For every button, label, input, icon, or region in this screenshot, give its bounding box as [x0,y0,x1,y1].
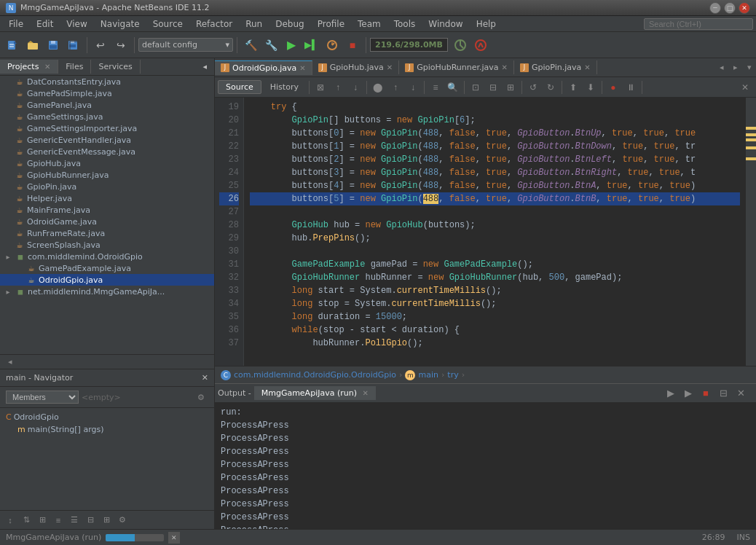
toggle-bookmark[interactable]: ⊠ [312,79,328,95]
output-clear[interactable]: ⊟ [715,385,731,401]
toolbar-tool5[interactable]: ↻ [543,79,559,95]
build-button[interactable]: 🔨 [241,36,260,55]
menu-refactor[interactable]: Refactor [190,17,238,31]
output-run-again[interactable]: ▶ [663,385,679,401]
save-all-button[interactable] [64,36,83,55]
source-tab[interactable]: Source [218,80,261,94]
nav-more-button[interactable]: ≡ [51,513,66,528]
nav-settings2-button[interactable]: ⚙ [115,513,130,528]
stop-button[interactable]: ■ [343,36,362,55]
toolbar-pause[interactable]: ⏸ [623,79,639,95]
navigator-close[interactable]: ✕ [202,373,208,383]
next-breakpoint[interactable]: ↓ [405,79,421,95]
nav-grid-button[interactable]: ⊟ [83,513,98,528]
tab-files[interactable]: Files [58,60,91,74]
status-stop-button[interactable]: ✕ [168,532,180,544]
redo-button[interactable]: ↪ [111,36,130,55]
output-run-again2[interactable]: ▶ [680,385,696,401]
collapse-left-button[interactable]: ◂ [195,60,214,74]
toggle-breakpoint[interactable]: ⬤ [370,79,386,95]
menu-team[interactable]: Team [352,17,387,31]
config-dropdown[interactable]: default config ▾ [138,38,233,52]
menu-help[interactable]: Help [470,17,502,31]
tab-projects[interactable]: Projects ✕ [0,60,58,74]
code-content[interactable]: try { GpioPin[] buttons = new GpioPin[6]… [244,98,746,366]
clean-build-button[interactable]: 🔧 [261,36,280,55]
nav-filter-button[interactable]: ⊞ [35,513,50,528]
members-selector[interactable]: Members [6,391,79,404]
breadcrumb-class[interactable]: com.middlemind.OdroidGpio.OdroidGpio [234,370,396,380]
tab-projects-close[interactable]: ✕ [44,63,50,71]
toolbar-tool7[interactable]: ⬇ [583,79,599,95]
profile-mem-button[interactable] [471,36,490,55]
editor-tab-gpiohubrunner[interactable]: J GpioHubRunner.java ✕ [399,60,514,74]
scroll-left-button[interactable]: ◂ [3,355,17,369]
prev-breakpoint[interactable]: ↑ [387,79,403,95]
output-stop[interactable]: ■ [698,385,714,401]
tree-item-gamepadexample[interactable]: ☕ GamePadExample.java [0,262,214,274]
tree-item-gpiohub[interactable]: ☕ GpioHub.java [0,157,214,169]
toggle-line-numbers[interactable]: ≡ [428,79,444,95]
tree-item-screensplash[interactable]: ☕ ScreenSplash.java [0,239,214,251]
menu-tools[interactable]: Tools [388,17,422,31]
menu-file[interactable]: File [3,17,29,31]
close-button[interactable]: ✕ [739,2,750,14]
tree-item-genericeventhandler[interactable]: ☕ GenericEventHandler.java [0,134,214,146]
search-input[interactable] [644,18,753,30]
nav-list-button[interactable]: ☰ [67,513,82,528]
tree-item-runframerate[interactable]: ☕ RunFrameRate.java [0,227,214,239]
output-tab-close[interactable]: ✕ [362,389,368,397]
tab-close-odroidgpio[interactable]: ✕ [299,64,305,72]
breadcrumb-method[interactable]: main [418,370,438,380]
new-project-button[interactable] [3,36,22,55]
tree-item-datconstants[interactable]: ☕ DatConstantsEntry.java [0,76,214,87]
menu-source[interactable]: Source [147,17,189,31]
tree-item-gamesettings[interactable]: ☕ GameSettings.java [0,111,214,122]
run-button[interactable]: ▶ [282,36,301,55]
toolbar-red1[interactable]: ● [605,79,621,95]
tree-item-gpiopin[interactable]: ☕ GpioPin.java [0,181,214,192]
output-close[interactable]: ✕ [733,385,749,401]
toolbar-tool4[interactable]: ↺ [525,79,541,95]
tree-item-odroidgame[interactable]: ☕ OdroidGame.java [0,216,214,227]
toolbar-tool6[interactable]: ⬆ [565,79,581,95]
output-tab-run[interactable]: MmgGameApiJava (run) ✕ [254,386,376,400]
prev-bookmark[interactable]: ↑ [330,79,346,95]
editor-tab-gpiopin[interactable]: J GpioPin.java ✕ [514,60,597,74]
nav-columns-button[interactable]: ⊞ [99,513,114,528]
tab-scroll-right[interactable]: ▸ [729,61,742,74]
tab-close-gpiopin[interactable]: ✕ [584,63,590,71]
toolbar-close-btn[interactable]: ✕ [737,79,753,95]
menu-debug[interactable]: Debug [269,17,310,31]
tree-item-gamepadsimple[interactable]: ☕ GamePadSimple.java [0,87,214,99]
find-usages[interactable]: 🔍 [445,79,461,95]
next-bookmark[interactable]: ↓ [347,79,363,95]
maximize-button[interactable]: □ [724,2,736,14]
menu-profile[interactable]: Profile [312,17,350,31]
open-project-button[interactable] [23,36,42,55]
profile-button[interactable] [323,36,342,55]
editor-tab-gpiohub[interactable]: J GpioHub.java ✕ [312,60,399,74]
tab-menu[interactable]: ▾ [743,61,756,74]
tree-item-gamesettingsimporter[interactable]: ☕ GameSettingsImporter.java [0,122,214,134]
tree-item-package-odroidgpio[interactable]: ▸ ◼ com.middlemind.OdroidGpio [0,251,214,262]
editor-tab-odroidgpio[interactable]: J OdroidGpio.java ✕ [215,60,312,75]
menu-window[interactable]: Window [422,17,468,31]
menu-view[interactable]: View [60,17,92,31]
tree-item-helper[interactable]: ☕ Helper.java [0,192,214,204]
minimize-button[interactable]: ─ [709,2,721,14]
breadcrumb-block[interactable]: try [447,370,458,380]
tab-scroll-left[interactable]: ◂ [715,61,728,74]
gc-button[interactable] [451,36,470,55]
tree-item-mainframe[interactable]: ☕ MainFrame.java [0,204,214,216]
tree-item-gamepanel[interactable]: ☕ GamePanel.java [0,99,214,111]
toolbar-tool1[interactable]: ⊡ [468,79,484,95]
tab-close-gpiohubrunner[interactable]: ✕ [502,63,508,71]
toolbar-tool3[interactable]: ⊞ [503,79,519,95]
tab-services[interactable]: Services [91,60,140,74]
nav-settings-button[interactable]: ⚙ [194,390,208,404]
tree-item-genericeventmessage[interactable]: ☕ GenericEventMessage.java [0,146,214,157]
tree-item-package-mmgapi[interactable]: ▸ ◼ net.middlemind.MmgGameApiJa... [0,286,214,297]
undo-button[interactable]: ↩ [91,36,110,55]
nav-sort-button[interactable]: ⇅ [19,513,34,528]
